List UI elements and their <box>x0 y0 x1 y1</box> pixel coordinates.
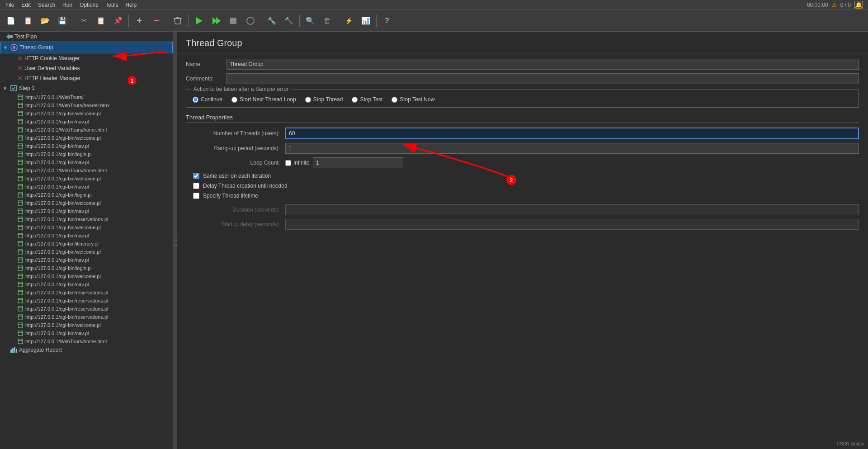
help-button[interactable]: ? <box>379 13 395 29</box>
num-threads-input[interactable] <box>285 128 859 139</box>
watermark: CSDN @网斥 <box>837 441 864 447</box>
menu-tools[interactable]: Tools <box>102 1 122 9</box>
shutdown-button[interactable] <box>242 13 259 29</box>
remote-stop-button[interactable]: 🔨 <box>281 13 297 29</box>
tree-label-url14: http://127.0.0.1/cgi-bin/welcome.pl <box>25 200 101 206</box>
tree-item-url13[interactable]: http://127.0.0.1/cgi-bin/login.pl <box>0 191 173 199</box>
tree-item-url10[interactable]: http://127.0.0.1/WebTours/home.html <box>0 166 173 175</box>
tree-item-url9[interactable]: http://127.0.0.1/cgi-bin/nav.pl <box>0 158 173 166</box>
clear-results-button[interactable]: 🗑 <box>319 13 335 29</box>
menu-search[interactable]: Search <box>34 1 59 9</box>
action-start-next-loop[interactable]: Start Next Thread Loop <box>231 96 296 103</box>
left-panel: 1 Test Plan ▼ Thread Group ✕ HTTP Cookie… <box>0 32 173 449</box>
status-count: 0 / 0 <box>840 2 851 8</box>
tree-item-url5[interactable]: http://127.0.0.1/WebTours/home.html <box>0 126 173 134</box>
tree-item-url2[interactable]: http://127.0.0.1/WebTours/header.html <box>0 101 173 109</box>
loop-count-input[interactable] <box>313 157 403 168</box>
tree-label-url22: http://127.0.0.1/cgi-bin/login.pl <box>25 265 92 271</box>
menu-run[interactable]: Run <box>59 1 76 9</box>
clear-all-button[interactable] <box>170 13 186 29</box>
panel-title: Thread Group <box>177 32 868 53</box>
tree-item-url18[interactable]: http://127.0.0.1/cgi-bin/nav.pl <box>0 232 173 240</box>
start-button[interactable] <box>191 13 207 29</box>
tree-item-url6[interactable]: http://127.0.0.1/cgi-bin/welcome.pl <box>0 134 173 142</box>
tree-item-url19[interactable]: http://127.0.0.1/cgi-bin/itinerary.pl <box>0 240 173 248</box>
tree-item-thread-group[interactable]: ▼ Thread Group <box>0 42 173 53</box>
loop-infinite-checkbox[interactable]: Infinite <box>285 160 309 166</box>
paste-button[interactable]: 📌 <box>110 13 126 29</box>
menu-options[interactable]: Options <box>76 1 102 9</box>
delay-thread-checkbox[interactable]: Delay Thread creation until needed <box>193 183 288 189</box>
stop-button[interactable] <box>225 13 241 29</box>
tree-item-http-cookie[interactable]: ✕ HTTP Cookie Manager <box>0 53 173 63</box>
tree-item-url14[interactable]: http://127.0.0.1/cgi-bin/welcome.pl <box>0 199 173 207</box>
toolbar: 📄 📋 📂 💾 ✂ 📋 📌 + − <box>0 10 868 32</box>
specify-lifetime-checkbox[interactable]: Specify Thread lifetime <box>193 193 258 199</box>
cut-button[interactable]: ✂ <box>75 13 92 29</box>
action-stop-test[interactable]: Stop Test <box>352 96 382 103</box>
tree-item-url30[interactable]: http://127.0.0.1/cgi-bin/nav.pl <box>0 329 173 337</box>
start-no-pause-button[interactable] <box>208 13 224 29</box>
ramp-up-input[interactable] <box>285 143 859 154</box>
divider-handle[interactable]: ⋮⋮⋮ <box>173 32 177 449</box>
tree-label-url26: http://127.0.0.1/cgi-bin/reservations.pl <box>25 298 108 303</box>
tree-label-url25: http://127.0.0.1/cgi-bin/reservations.pl <box>25 290 108 295</box>
tree-item-url11[interactable]: http://127.0.0.1/cgi-bin/welcome.pl <box>0 175 173 183</box>
save-button[interactable]: 💾 <box>54 13 71 29</box>
startup-delay-input[interactable] <box>285 219 859 230</box>
action-continue[interactable]: Continue <box>193 96 222 103</box>
tree-item-url25[interactable]: http://127.0.0.1/cgi-bin/reservations.pl <box>0 288 173 297</box>
tree-item-url16[interactable]: http://127.0.0.1/cgi-bin/reservations.pl <box>0 215 173 223</box>
name-input[interactable] <box>226 59 859 70</box>
tree-item-url29[interactable]: http://127.0.0.1/cgi-bin/welcome.pl <box>0 321 173 329</box>
tree-item-url28[interactable]: http://127.0.0.1/cgi-bin/reservations.pl <box>0 313 173 321</box>
menu-help[interactable]: Help <box>122 1 140 9</box>
tree-item-url27[interactable]: http://127.0.0.1/cgi-bin/reservations.pl <box>0 305 173 313</box>
svg-point-5 <box>247 17 254 24</box>
tree-item-url3[interactable]: http://127.0.0.1/cgi-bin/welcome.pl <box>0 109 173 118</box>
menu-edit[interactable]: Edit <box>18 1 34 9</box>
tree-item-url1[interactable]: http://127.0.0.1/WebTours/ <box>0 93 173 101</box>
loop-count-label: Loop Count: <box>186 160 285 166</box>
svg-rect-4 <box>230 18 236 24</box>
tree-label-http-cookie: HTTP Cookie Manager <box>24 55 80 61</box>
remote-start-button[interactable]: 🔧 <box>264 13 280 29</box>
tree-item-url7[interactable]: http://127.0.0.1/cgi-bin/nav.pl <box>0 142 173 150</box>
tree-item-url23[interactable]: http://127.0.0.1/cgi-bin/welcome.pl <box>0 272 173 280</box>
add-button[interactable]: + <box>131 13 147 29</box>
same-user-label: Same user on each iteration <box>203 173 271 179</box>
tree-item-user-vars[interactable]: ✕ User Defined Variables <box>0 63 173 73</box>
templates-button[interactable]: 📋 <box>20 13 36 29</box>
tree-item-url12[interactable]: http://127.0.0.1/cgi-bin/nav.pl <box>0 183 173 191</box>
comments-input[interactable] <box>226 73 859 84</box>
tree-item-http-header[interactable]: ✕ HTTP Header Manager <box>0 73 173 83</box>
tree-item-url8[interactable]: http://127.0.0.1/cgi-bin/login.pl <box>0 150 173 158</box>
tree-item-url24[interactable]: http://127.0.0.1/cgi-bin/nav.pl <box>0 280 173 288</box>
action-stop-thread[interactable]: Stop Thread <box>305 96 343 103</box>
tree-item-url21[interactable]: http://127.0.0.1/cgi-bin/nav.pl <box>0 256 173 264</box>
copy-button[interactable]: 📋 <box>93 13 109 29</box>
tree-item-url4[interactable]: http://127.0.0.1/cgi-bin/nav.pl <box>0 118 173 126</box>
menu-file[interactable]: File <box>2 1 18 9</box>
search-icon-button[interactable]: 🔍 <box>302 13 318 29</box>
duration-input[interactable] <box>285 204 859 215</box>
action-stop-test-now[interactable]: Stop Test Now <box>392 96 434 103</box>
tree-item-url31[interactable]: http://127.0.0.1/WebTours/home.html <box>0 337 173 345</box>
tree-item-aggregate[interactable]: Aggregate Report <box>0 345 173 354</box>
tree-item-url22[interactable]: http://127.0.0.1/cgi-bin/login.pl <box>0 264 173 272</box>
tree-item-test-plan[interactable]: Test Plan <box>0 32 173 42</box>
same-user-checkbox[interactable]: Same user on each iteration <box>193 173 271 179</box>
action-section-header: Action to be taken after a Sampler error <box>191 86 291 92</box>
tree-label-url18: http://127.0.0.1/cgi-bin/nav.pl <box>25 233 89 238</box>
log-viewer-button[interactable]: 📊 <box>358 13 374 29</box>
tree-item-url20[interactable]: http://127.0.0.1/cgi-bin/welcome.pl <box>0 248 173 256</box>
tree-item-url26[interactable]: http://127.0.0.1/cgi-bin/reservations.pl <box>0 297 173 305</box>
tree-item-url15[interactable]: http://127.0.0.1/cgi-bin/nav.pl <box>0 207 173 215</box>
open-button[interactable]: 📂 <box>37 13 53 29</box>
tree-item-url17[interactable]: http://127.0.0.1/cgi-bin/welcome.pl <box>0 223 173 232</box>
remove-button[interactable]: − <box>148 13 165 29</box>
log-icon[interactable]: 🔔 <box>854 1 863 9</box>
tree-item-step1[interactable]: ▼ Step 1 <box>0 83 173 93</box>
new-button[interactable]: 📄 <box>3 13 19 29</box>
func-helper-button[interactable]: ⚡ <box>340 13 357 29</box>
